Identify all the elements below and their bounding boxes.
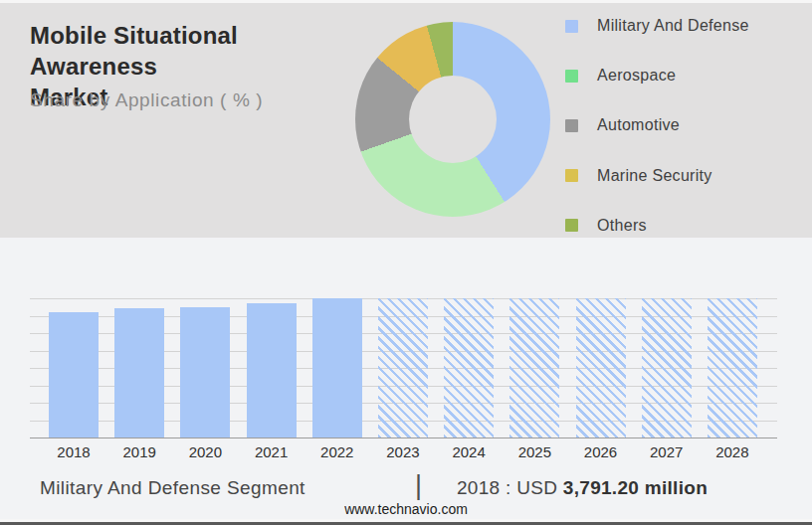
bar-2019 <box>114 308 164 438</box>
bar-slot: 2021 <box>247 298 297 438</box>
legend-swatch-icon <box>565 219 578 232</box>
legend-swatch-icon <box>565 169 578 182</box>
legend-item: Marine Security <box>565 151 749 201</box>
bar-2021 <box>247 303 297 438</box>
bar-slot: 2018 <box>49 298 99 438</box>
year-label: 2019 <box>106 443 172 460</box>
year-label: 2023 <box>370 443 436 460</box>
legend-label: Marine Security <box>597 167 712 185</box>
page-title-line1: Mobile Situational Awareness <box>30 20 358 82</box>
bar-slot: 2024 <box>444 298 494 438</box>
legend-item: Automotive <box>565 100 749 150</box>
year-label: 2025 <box>502 443 567 460</box>
bar-2022 <box>312 298 362 438</box>
bar-2025 <box>509 298 559 438</box>
bar-2018 <box>49 312 99 438</box>
value-prefix: 2018 : USD <box>457 477 563 498</box>
bar-slot: 2028 <box>708 298 757 438</box>
donut-hole <box>409 76 497 163</box>
legend-label: Others <box>597 217 647 235</box>
year-label: 2018 <box>41 443 106 460</box>
pie-legend: Military And DefenseAerospaceAutomotiveM… <box>565 1 749 251</box>
segment-label: Military And Defense Segment <box>40 477 305 499</box>
legend-item: Military And Defense <box>565 1 749 51</box>
bar-2020 <box>180 307 230 438</box>
bar-2023 <box>378 298 428 438</box>
bar-slot: 2027 <box>642 298 692 438</box>
year-label: 2027 <box>634 443 700 460</box>
website-link: www.technavio.com <box>0 501 812 517</box>
bar-2026 <box>576 298 626 438</box>
bar-slot: 2026 <box>576 298 626 438</box>
year-label: 2021 <box>239 443 304 460</box>
infographic-page: Mobile Situational Awareness Market Shar… <box>0 0 812 525</box>
legend-item: Others <box>565 201 749 251</box>
bar-slot: 2025 <box>509 298 559 438</box>
year-label: 2026 <box>568 443 634 460</box>
legend-label: Automotive <box>597 116 680 134</box>
legend-label: Military And Defense <box>597 17 749 35</box>
bar-2028 <box>708 298 757 438</box>
top-panel: Mobile Situational Awareness Market Shar… <box>0 0 812 238</box>
legend-swatch-icon <box>565 70 578 83</box>
legend-label: Aerospace <box>597 67 676 85</box>
year-label: 2024 <box>436 443 502 460</box>
bar-slot: 2019 <box>114 298 164 438</box>
bar-2024 <box>444 298 494 438</box>
legend-swatch-icon <box>565 20 578 33</box>
legend-swatch-icon <box>565 119 578 132</box>
year-label: 2028 <box>700 443 765 460</box>
bar-slot: 2020 <box>180 298 230 438</box>
bar-slot: 2023 <box>378 298 428 438</box>
bar-2027 <box>642 298 692 438</box>
bar-slot: 2022 <box>312 298 362 438</box>
value-amount: 3,791.20 million <box>563 477 708 498</box>
market-value: 2018 : USD 3,791.20 million <box>457 477 708 499</box>
year-label: 2022 <box>304 443 370 460</box>
donut-chart <box>355 22 550 217</box>
top-edge <box>0 0 812 3</box>
legend-item: Aerospace <box>565 51 749 100</box>
year-label: 2020 <box>172 443 238 460</box>
separator: | <box>415 470 422 501</box>
bar-series: 2018201920202021202220232024202520262027… <box>49 298 757 438</box>
page-subtitle: Share by Application ( % ) <box>30 89 263 111</box>
